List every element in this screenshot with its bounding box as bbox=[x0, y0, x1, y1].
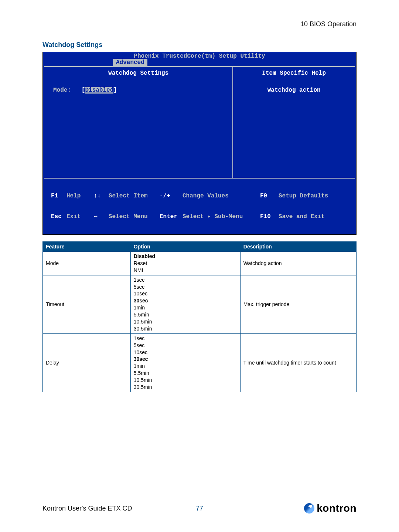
table-header-row: Feature Option Description bbox=[43, 242, 357, 252]
bios-footer: F1 Help ↑↓ Select Item -/+ Change Values… bbox=[43, 179, 356, 234]
bios-help-panel: Item Specific Help Watchdog action bbox=[233, 67, 355, 178]
bios-field-label: Mode: bbox=[53, 87, 71, 94]
table-row: Delay1sec5sec10sec30sec1min5.5min10.5min… bbox=[43, 333, 357, 392]
page-number: 77 bbox=[196, 505, 203, 512]
cell-option: DisabledResetNMI bbox=[130, 252, 240, 275]
section-title: Watchdog Settings bbox=[42, 41, 357, 49]
cell-description: Time until watchdog timer starts to coun… bbox=[240, 333, 356, 392]
bios-header: Phoenix TrustedCore(tm) Setup Utility bbox=[43, 52, 356, 60]
bios-label-change-values: Change Values bbox=[183, 193, 260, 199]
option-value: 5sec bbox=[134, 342, 237, 349]
bios-key-plusminus: -/+ bbox=[160, 193, 183, 199]
bios-key-f10: F10 bbox=[260, 213, 279, 220]
col-feature: Feature bbox=[43, 242, 131, 252]
page-footer: Kontron User's Guide ETX CD 77 kontron bbox=[42, 502, 357, 514]
bios-help-text: Watchdog action bbox=[233, 87, 355, 94]
option-value: 1sec bbox=[134, 277, 237, 284]
option-value: 30sec bbox=[134, 356, 237, 363]
cell-description: Max. trigger periode bbox=[240, 275, 356, 333]
option-value: 10.5min bbox=[134, 318, 237, 325]
bios-help-title: Item Specific Help bbox=[233, 70, 355, 77]
footer-guide: Kontron User's Guide ETX CD bbox=[42, 505, 132, 512]
kontron-icon bbox=[304, 503, 314, 514]
col-option: Option bbox=[130, 242, 240, 252]
bios-label-setup-defaults: Setup Defaults bbox=[279, 193, 328, 199]
bios-key-enter: Enter bbox=[160, 213, 183, 220]
option-value: 5sec bbox=[134, 284, 237, 291]
cell-option: 1sec5sec10sec30sec1min5.5min10.5min30.5m… bbox=[130, 333, 240, 392]
cell-feature: Mode bbox=[43, 252, 131, 275]
bios-tabbar: Advanced bbox=[43, 59, 356, 66]
bios-key-f9: F9 bbox=[260, 193, 279, 199]
option-value: 30.5min bbox=[134, 325, 237, 332]
bios-key-esc: Esc bbox=[43, 213, 66, 220]
option-value: Disabled bbox=[134, 253, 237, 260]
table-row: ModeDisabledResetNMIWatchdog action bbox=[43, 252, 357, 275]
bios-label-save-exit: Save and Exit bbox=[279, 213, 325, 220]
bios-label-help: Help bbox=[66, 193, 94, 199]
brand-text: kontron bbox=[317, 502, 357, 514]
cell-option: 1sec5sec10sec30sec1min5.5min10.5min30.5m… bbox=[130, 275, 240, 333]
bios-label-select-item: Select Item bbox=[109, 193, 160, 199]
bios-label-select-menu: Select Menu bbox=[109, 213, 160, 220]
bios-field-value[interactable]: Disabled bbox=[85, 87, 113, 94]
option-value: 10sec bbox=[134, 349, 237, 356]
bios-field-mode[interactable]: Mode: [Disabled] bbox=[44, 87, 232, 94]
cell-feature: Timeout bbox=[43, 275, 131, 333]
bios-key-f1: F1 bbox=[43, 193, 66, 199]
bios-label-exit: Exit bbox=[66, 213, 94, 220]
option-value: 30sec bbox=[134, 297, 237, 304]
bios-screenshot: Phoenix TrustedCore(tm) Setup Utility Ad… bbox=[42, 52, 357, 235]
bios-left-panel: Watchdog Settings Mode: [Disabled] bbox=[44, 67, 233, 178]
option-value: 1sec bbox=[134, 335, 237, 342]
option-value: 10sec bbox=[134, 290, 237, 297]
option-value: 1min bbox=[134, 304, 237, 311]
bios-panel-title: Watchdog Settings bbox=[44, 70, 232, 77]
option-value: 30.5min bbox=[134, 384, 237, 391]
option-value: Reset bbox=[134, 260, 237, 267]
chapter-heading: 10 BIOS Operation bbox=[42, 20, 357, 28]
option-value: 5.5min bbox=[134, 370, 237, 377]
bios-label-select-submenu: Select ▸ Sub-Menu bbox=[183, 213, 260, 220]
brand-logo: kontron bbox=[304, 502, 357, 514]
option-value: 1min bbox=[134, 363, 237, 370]
option-value: 10.5min bbox=[134, 377, 237, 384]
table-row: Timeout1sec5sec10sec30sec1min5.5min10.5m… bbox=[43, 275, 357, 333]
settings-table: Feature Option Description ModeDisabledR… bbox=[42, 241, 357, 392]
col-description: Description bbox=[240, 242, 356, 252]
arrow-updown-icon: ↑↓ bbox=[94, 193, 109, 199]
cell-feature: Delay bbox=[43, 333, 131, 392]
option-value: 5.5min bbox=[134, 311, 237, 318]
bios-tab-advanced[interactable]: Advanced bbox=[113, 59, 147, 66]
cell-description: Watchdog action bbox=[240, 252, 356, 275]
arrow-leftright-icon: ↔ bbox=[94, 213, 109, 220]
option-value: NMI bbox=[134, 267, 237, 274]
